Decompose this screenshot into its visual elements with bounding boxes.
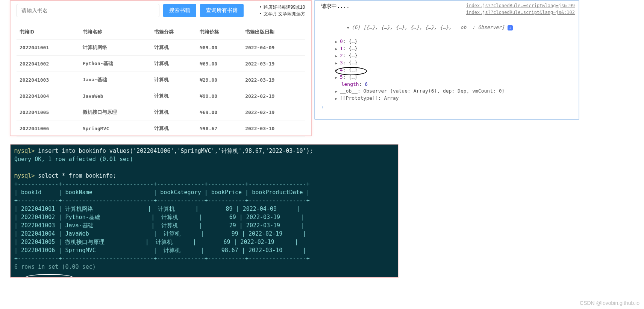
console-item[interactable]: 5: {…}: [319, 74, 575, 81]
console-item[interactable]: 2: {…}: [319, 52, 575, 59]
search-button[interactable]: 搜索书籍: [163, 4, 196, 17]
table-header: | bookId | bookName | bookCategory | boo…: [14, 189, 310, 196]
cell-price: ¥99.00: [197, 88, 242, 104]
query-ok: Query OK, 1 row affected (0.01 sec): [14, 156, 133, 163]
cell-cat: 计算机: [151, 88, 197, 104]
length-line: length: 6: [319, 81, 575, 88]
cell-id: 2022041005: [17, 104, 80, 120]
cell-cat: 计算机: [151, 56, 197, 72]
cell-id: 2022041002: [17, 56, 80, 72]
expand-icon[interactable]: [335, 52, 340, 59]
expand-icon[interactable]: [347, 24, 352, 31]
col-name: 书籍名称: [80, 25, 151, 40]
cell-id: 2022041006: [17, 120, 80, 137]
col-date: 书籍出版日期: [242, 25, 305, 40]
cell-price: ¥29.00: [197, 72, 242, 88]
source-link[interactable]: index.js??clonedRule…=script&lang=js&:99: [466, 3, 575, 8]
expand-icon[interactable]: [335, 88, 340, 95]
ob-line[interactable]: __ob__: Observer {value: Array(6), dep: …: [319, 88, 575, 95]
console-item[interactable]: 1: {…}: [319, 45, 575, 52]
col-price: 书籍价格: [197, 25, 242, 40]
console-item[interactable]: 0: {…}: [319, 38, 575, 45]
col-id: 书籍ID: [17, 25, 80, 40]
cell-price: ¥89.00: [197, 40, 242, 56]
mysql-terminal: mysql> insert into bookinfo values('2022…: [10, 144, 399, 278]
col-cat: 书籍分类: [151, 25, 197, 40]
cell-name: Java-基础: [80, 72, 151, 88]
sql-insert: insert into bookinfo values('2022041006'…: [38, 148, 313, 154]
expand-icon[interactable]: [335, 74, 340, 81]
array-summary[interactable]: (6) [{…}, {…}, {…}, {…}, {…}, {…}, __ob_…: [319, 17, 575, 38]
expand-icon[interactable]: [335, 45, 340, 52]
cell-cat: 计算机: [151, 120, 197, 137]
cell-date: 2022-03-19: [242, 72, 305, 88]
console-item[interactable]: 4: {…}: [319, 67, 575, 74]
cell-date: 2022-03-10: [242, 120, 305, 137]
proto-line[interactable]: [[Prototype]]: Array: [319, 95, 575, 102]
table-row: 2022041003Java-基础计算机¥29.002022-03-19: [17, 72, 305, 88]
cell-name: 计算机网络: [80, 40, 151, 56]
table-row: 2022041005微机接口与原理计算机¥69.002022-02-19: [17, 104, 305, 120]
info-icon[interactable]: i: [508, 25, 513, 30]
cell-id: 2022041003: [17, 72, 80, 88]
table-row: 2022041001计算机网络计算机¥89.002022-04-09: [17, 40, 305, 56]
expand-icon[interactable]: [335, 67, 340, 74]
console-prompt[interactable]: ›: [319, 104, 575, 110]
table-row: 2022041002Python-基础计算机¥69.002022-03-19: [17, 56, 305, 72]
cell-cat: 计算机: [151, 104, 197, 120]
table-border: +------------+--------------------------…: [14, 197, 310, 204]
cell-date: 2022-04-09: [242, 40, 305, 56]
cell-id: 2022041004: [17, 88, 80, 104]
cell-name: 微机接口与原理: [80, 104, 151, 120]
expand-icon[interactable]: [335, 95, 340, 102]
watermark: CSDN @lovobin.github.io: [580, 300, 639, 306]
web-ui-panel: 搜索书籍 查询所有书籍 跨店好书每满99减10 文学月 文学照亮远方 书籍ID …: [10, 0, 312, 136]
book-table: 书籍ID 书籍名称 书籍分类 书籍价格 书籍出版日期 2022041001计算机…: [17, 25, 305, 137]
expand-icon[interactable]: [335, 38, 340, 45]
cell-name: SpringMVC: [80, 120, 151, 137]
cell-name: Python-基础: [80, 56, 151, 72]
source-link[interactable]: index.js??clonedRule…script&lang=js&:102: [466, 10, 575, 15]
cell-cat: 计算机: [151, 72, 197, 88]
promo-list: 跨店好书每满99减10 文学月 文学照亮远方: [259, 4, 305, 17]
cell-date: 2022-02-19: [242, 104, 305, 120]
cell-cat: 计算机: [151, 40, 197, 56]
promo-item: 文学月 文学照亮远方: [259, 11, 305, 17]
table-rows: | 2022041001 | 计算机网络 | 计算机 | 89 | 2022-0…: [14, 205, 306, 254]
cell-price: ¥69.00: [197, 56, 242, 72]
sql-select: select * from bookinfo;: [38, 172, 116, 179]
cell-date: 2022-03-19: [242, 56, 305, 72]
query-all-button[interactable]: 查询所有书籍: [200, 4, 244, 17]
annotation-ellipse: [25, 274, 74, 278]
cell-name: JavaWeb: [80, 88, 151, 104]
cell-price: ¥98.67: [197, 120, 242, 137]
prompt: mysql>: [14, 172, 38, 179]
rows-in-set: 6 rows in set (0.00 sec): [14, 263, 96, 270]
prompt: mysql>: [14, 148, 38, 154]
table-header-row: 书籍ID 书籍名称 书籍分类 书籍价格 书籍出版日期: [17, 25, 305, 40]
console-item[interactable]: 3: {…}: [319, 59, 575, 67]
table-border: +------------+--------------------------…: [14, 255, 310, 262]
cell-date: 2022-02-19: [242, 88, 305, 104]
cell-id: 2022041001: [17, 40, 80, 56]
devtools-console: index.js??clonedRule…=script&lang=js&:99…: [314, 0, 579, 120]
cell-price: ¥69.00: [197, 104, 242, 120]
table-row: 2022041004JavaWeb计算机¥99.002022-02-19: [17, 88, 305, 104]
table-border: +------------+--------------------------…: [14, 181, 310, 187]
table-row: 2022041006SpringMVC计算机¥98.672022-03-10: [17, 120, 305, 137]
search-row: 搜索书籍 查询所有书籍 跨店好书每满99减10 文学月 文学照亮远方: [17, 4, 305, 17]
search-input[interactable]: [17, 4, 159, 17]
promo-item: 跨店好书每满99减10: [259, 4, 305, 11]
expand-icon[interactable]: [335, 59, 340, 67]
